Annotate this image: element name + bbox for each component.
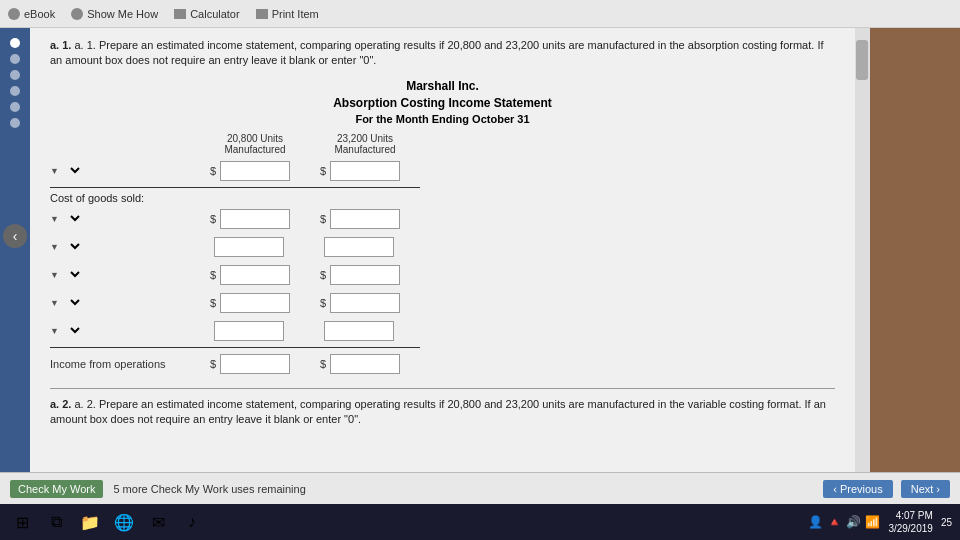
- print-icon: [256, 9, 268, 19]
- income-col2-group: $: [320, 354, 430, 374]
- cost-1-col2-input[interactable]: [330, 209, 400, 229]
- sidebar-dot-6[interactable]: [10, 118, 20, 128]
- nav-buttons: ‹ Previous Next ›: [823, 480, 950, 498]
- cost-row-2-label: ▼: [50, 240, 210, 253]
- cost-4-col2-input[interactable]: [330, 293, 400, 313]
- income-col1-input[interactable]: [220, 354, 290, 374]
- cost-row-4-label: ▼: [50, 296, 210, 309]
- taskbar: ⊞ ⧉ 📁 🌐 ✉ ♪ 👤 🔺 🔊 📶 4:07 PM 3/29/2019 25: [0, 504, 960, 540]
- cost-5-col2-group: [320, 321, 430, 341]
- sidebar: ‹: [0, 28, 30, 472]
- cost-1-col2-dollar: $: [320, 213, 326, 225]
- cost-2-col2-input[interactable]: [324, 237, 394, 257]
- scrollbar-thumb[interactable]: [856, 40, 868, 80]
- right-panel: [870, 28, 960, 472]
- sidebar-dot-1[interactable]: [10, 38, 20, 48]
- revenue-col1-group: $: [210, 161, 320, 181]
- task-view-icon[interactable]: ⧉: [42, 508, 70, 536]
- cost-5-select[interactable]: [63, 324, 83, 337]
- volume-icon: 📶: [865, 515, 880, 529]
- taskbar-right: 👤 🔺 🔊 📶 4:07 PM 3/29/2019 25: [808, 509, 952, 535]
- cost-row-2: ▼: [50, 235, 835, 259]
- bottom-bar: Check My Work 5 more Check My Work uses …: [0, 472, 960, 504]
- revenue-row: ▼ $ $: [50, 159, 835, 183]
- cost-2-dropdown-arrow: ▼: [50, 242, 59, 252]
- sys-icons: 👤 🔺 🔊 📶: [808, 515, 880, 529]
- previous-button[interactable]: ‹ Previous: [823, 480, 892, 498]
- show-me-how-icon: [71, 8, 83, 20]
- network-icon: 🔺: [827, 515, 842, 529]
- mail-icon[interactable]: ✉: [144, 508, 172, 536]
- cost-3-col1-group: $: [210, 265, 320, 285]
- revenue-col1-input[interactable]: [220, 161, 290, 181]
- col1-header: 20,800 Units Manufactured: [210, 133, 300, 155]
- income-col2-input[interactable]: [330, 354, 400, 374]
- cost-3-col1-input[interactable]: [220, 265, 290, 285]
- cost-2-select[interactable]: [63, 240, 83, 253]
- cost-4-col2-dollar: $: [320, 297, 326, 309]
- calculator-tab[interactable]: Calculator: [174, 8, 240, 20]
- sidebar-dot-3[interactable]: [10, 70, 20, 80]
- battery-indicator: 25: [941, 517, 952, 528]
- scrollbar[interactable]: [855, 28, 870, 472]
- cost-4-dropdown-arrow: ▼: [50, 298, 59, 308]
- cost-2-col2-group: [320, 237, 430, 257]
- income-ops-label: Income from operations: [50, 358, 210, 370]
- ebook-tab[interactable]: eBook: [8, 8, 55, 20]
- sidebar-dot-5[interactable]: [10, 102, 20, 112]
- cost-5-col2-input[interactable]: [324, 321, 394, 341]
- cost-row-3-label: ▼: [50, 268, 210, 281]
- column-headers: 20,800 Units Manufactured 23,200 Units M…: [210, 133, 835, 155]
- cost-row-5: ▼: [50, 319, 835, 343]
- cost-3-col2-group: $: [320, 265, 430, 285]
- check-my-work-button[interactable]: Check My Work: [10, 480, 103, 498]
- cost-1-col1-dollar: $: [210, 213, 216, 225]
- sidebar-dot-2[interactable]: [10, 54, 20, 64]
- cost-3-col2-input[interactable]: [330, 265, 400, 285]
- cost-3-dropdown-arrow: ▼: [50, 270, 59, 280]
- revenue-col2-input[interactable]: [330, 161, 400, 181]
- cost-4-col1-dollar: $: [210, 297, 216, 309]
- divider-2: [50, 347, 420, 348]
- cost-3-col1-dollar: $: [210, 269, 216, 281]
- income-ops-row: Income from operations $ $: [50, 352, 835, 376]
- col2-header: 23,200 Units Manufactured: [320, 133, 410, 155]
- cost-2-col1-input[interactable]: [214, 237, 284, 257]
- cost-1-col1-input[interactable]: [220, 209, 290, 229]
- income-col2-dollar: $: [320, 358, 326, 370]
- cost-5-col1-input[interactable]: [214, 321, 284, 341]
- next-button[interactable]: Next ›: [901, 480, 950, 498]
- calculator-icon: [174, 9, 186, 19]
- cost-5-col1-group: [210, 321, 320, 341]
- cost-1-col2-group: $: [320, 209, 430, 229]
- show-me-how-tab[interactable]: Show Me How: [71, 8, 158, 20]
- cost-4-select[interactable]: [63, 296, 83, 309]
- taskbar-time-display: 4:07 PM: [888, 509, 933, 522]
- edge-icon[interactable]: 🌐: [110, 508, 138, 536]
- sound-icon: 🔊: [846, 515, 861, 529]
- cost-5-dropdown-arrow: ▼: [50, 326, 59, 336]
- file-explorer-icon[interactable]: 📁: [76, 508, 104, 536]
- instruction-2-text: a. 2. a. 2. Prepare an estimated income …: [50, 388, 835, 428]
- cost-3-col2-dollar: $: [320, 269, 326, 281]
- cost-row-1: ▼ $ $: [50, 207, 835, 231]
- print-item-tab[interactable]: Print Item: [256, 8, 319, 20]
- revenue-col2-dollar: $: [320, 165, 326, 177]
- taskbar-clock: 4:07 PM 3/29/2019: [888, 509, 933, 535]
- music-icon[interactable]: ♪: [178, 508, 206, 536]
- divider-1: [50, 187, 420, 188]
- toolbar: eBook Show Me How Calculator Print Item: [0, 0, 960, 28]
- cost-3-select[interactable]: [63, 268, 83, 281]
- cost-1-select[interactable]: [63, 212, 83, 225]
- sidebar-collapse-arrow[interactable]: ‹: [3, 224, 27, 248]
- revenue-col2-group: $: [320, 161, 430, 181]
- cost-4-col1-group: $: [210, 293, 320, 313]
- statement-title: Absorption Costing Income Statement: [50, 96, 835, 110]
- start-button[interactable]: ⊞: [8, 508, 36, 536]
- revenue-dropdown-arrow: ▼: [50, 166, 59, 176]
- revenue-select[interactable]: [63, 164, 83, 177]
- income-col1-group: $: [210, 354, 320, 374]
- cost-2-col1-group: [210, 237, 320, 257]
- sidebar-dot-4[interactable]: [10, 86, 20, 96]
- cost-4-col1-input[interactable]: [220, 293, 290, 313]
